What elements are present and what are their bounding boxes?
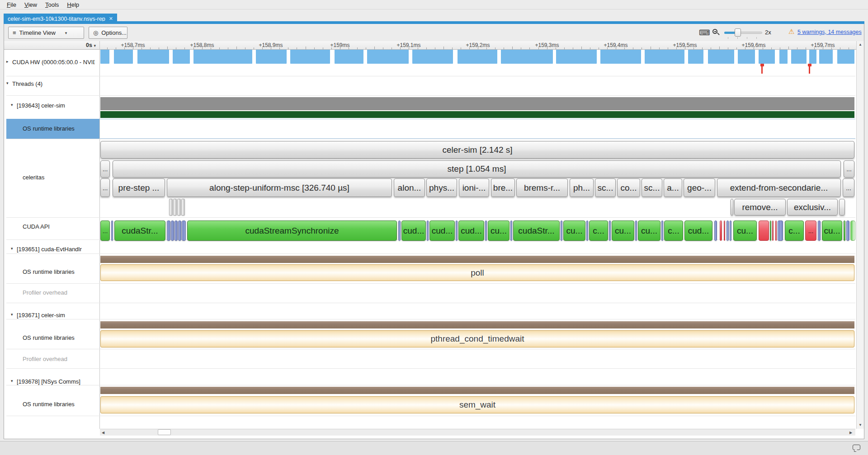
cuda-hw-segment[interactable] xyxy=(779,50,788,64)
cuda-api-event[interactable] xyxy=(818,220,821,241)
cuda-api-event[interactable] xyxy=(456,220,458,241)
tree-expanded-icon[interactable]: ▾ xyxy=(11,312,13,317)
horizontal-scrollbar-thumb[interactable] xyxy=(158,429,171,435)
nvtx-range-box[interactable]: extend-from-secondarie... xyxy=(717,178,841,197)
nvtx-range-box[interactable]: ioni-... xyxy=(459,178,489,197)
scroll-down-icon[interactable]: ▼ xyxy=(859,423,862,427)
tree-expanded-icon[interactable]: ▾ xyxy=(11,246,13,251)
cuda-api-event[interactable] xyxy=(427,220,429,241)
cuda-api-event[interactable]: cudaStr... xyxy=(513,220,560,241)
scroll-right-icon[interactable]: ▶ xyxy=(849,431,852,435)
nvtx-range-box[interactable]: phys... xyxy=(426,178,457,197)
cuda-api-event[interactable] xyxy=(182,220,186,241)
view-selector-dropdown[interactable]: ≡ Timeline View ▾ xyxy=(8,27,84,39)
sidebar-row[interactable]: CUDA API xyxy=(23,223,50,230)
cuda-api-event[interactable] xyxy=(561,220,562,241)
sidebar-row[interactable]: [193678] [NSys Comms] xyxy=(17,378,80,385)
nvtx-range-box[interactable]: co... xyxy=(617,178,640,197)
nvtx-range-box[interactable] xyxy=(181,199,185,216)
cuda-api-event[interactable] xyxy=(485,220,487,241)
cuda-hw-segment[interactable] xyxy=(100,50,109,64)
sidebar-row[interactable]: [193671] celer-sim xyxy=(17,312,65,319)
cuda-api-event[interactable] xyxy=(720,220,722,241)
cuda-hw-segment[interactable] xyxy=(501,50,553,64)
nvtx-range-box[interactable]: ... xyxy=(844,160,854,178)
nvtx-range-box[interactable] xyxy=(169,199,173,216)
cuda-hw-segment[interactable] xyxy=(688,50,703,64)
cuda-api-event[interactable] xyxy=(175,220,178,241)
nvtx-range-box[interactable]: pre-step ... xyxy=(113,178,165,197)
nvtx-range-box[interactable]: a... xyxy=(664,178,682,197)
cuda-api-event[interactable] xyxy=(724,220,725,241)
nvtx-range-box[interactable]: remove... xyxy=(734,199,786,216)
menu-file[interactable]: File xyxy=(3,0,20,9)
cuda-hw-segment[interactable] xyxy=(412,50,453,64)
cuda-api-event[interactable] xyxy=(850,220,855,241)
nvtx-range-box[interactable]: celer-sim [2.142 s] xyxy=(100,141,854,159)
sidebar-row[interactable]: OS runtime libraries xyxy=(23,268,75,275)
tree-expanded-icon[interactable]: ▾ xyxy=(6,81,9,85)
tree-expanded-icon[interactable]: ▾ xyxy=(11,379,13,383)
cuda-api-event[interactable]: cu... xyxy=(638,220,660,241)
sidebar-row[interactable]: OS runtime libraries xyxy=(23,401,75,408)
cuda-api-event[interactable]: cudaStreamSynchronize xyxy=(187,220,397,241)
horizontal-scrollbar[interactable]: ◀ ▶ xyxy=(100,429,855,436)
vertical-scrollbar[interactable]: ▲ ▼ xyxy=(856,41,864,429)
os-runtime-event-band[interactable]: pthread_cond_timedwait xyxy=(100,330,854,347)
cuda-api-event[interactable]: cu... xyxy=(822,220,842,241)
nvtx-range-box[interactable]: sc... xyxy=(595,178,616,197)
cuda-hw-segment[interactable] xyxy=(137,50,169,64)
cuda-hw-segment[interactable] xyxy=(290,50,330,64)
cuda-api-event[interactable] xyxy=(726,220,729,241)
cuda-api-event[interactable] xyxy=(609,220,611,241)
nvtx-range-box[interactable]: bre... xyxy=(491,178,515,197)
zoom-out-icon[interactable] xyxy=(712,29,717,34)
nvtx-range-box[interactable]: step [1.054 ms] xyxy=(113,160,841,178)
tree-collapsed-icon[interactable]: ▸ xyxy=(6,59,9,64)
cuda-api-event[interactable] xyxy=(510,220,512,241)
keyboard-shortcuts-icon[interactable]: ⌨ xyxy=(699,28,710,38)
cuda-api-event[interactable]: cu... xyxy=(563,220,585,241)
sidebar-row[interactable]: [193651] cuda-EvtHandlr xyxy=(17,246,82,253)
nvtx-range-box[interactable]: ... xyxy=(100,160,110,178)
cuda-api-event[interactable]: cu... xyxy=(488,220,509,241)
cuda-hw-segment[interactable] xyxy=(738,50,755,64)
scroll-left-icon[interactable]: ◀ xyxy=(102,431,104,435)
cuda-api-event[interactable]: cu... xyxy=(733,220,757,241)
cuda-hw-segment[interactable] xyxy=(458,50,497,64)
nvtx-range-box[interactable] xyxy=(173,199,177,216)
cuda-hw-segment[interactable] xyxy=(645,50,684,64)
zoom-slider-handle[interactable] xyxy=(735,28,741,37)
sidebar-row[interactable]: Profiler overhead xyxy=(23,356,67,362)
sidebar-row[interactable]: Profiler overhead xyxy=(23,289,67,296)
cuda-api-event[interactable] xyxy=(775,220,777,241)
cuda-hw-segment[interactable] xyxy=(114,50,133,64)
cuda-api-event[interactable]: ... xyxy=(100,220,110,241)
cuda-hw-segment[interactable] xyxy=(256,50,287,64)
sidebar-divider[interactable] xyxy=(99,41,100,429)
cuda-hw-segment[interactable] xyxy=(791,50,807,64)
sidebar-row[interactable]: [193643] celer-sim xyxy=(17,102,65,109)
cuda-api-event[interactable] xyxy=(398,220,401,241)
os-runtime-event-band[interactable]: poll xyxy=(100,264,854,281)
cuda-api-event[interactable] xyxy=(770,220,771,241)
nvtx-range-box[interactable] xyxy=(839,199,845,216)
cuda-hw-segment[interactable] xyxy=(819,50,833,64)
sidebar-row[interactable]: OS runtime libraries xyxy=(23,125,75,132)
nvtx-range-box[interactable]: along-step-uniform-msc [326.740 µs] xyxy=(167,178,392,197)
nvtx-range-box[interactable] xyxy=(731,199,733,216)
nvtx-range-box[interactable]: ... xyxy=(100,178,110,197)
cuda-api-event[interactable] xyxy=(714,220,717,241)
cuda-hw-segment[interactable] xyxy=(193,50,252,64)
cuda-api-event[interactable] xyxy=(111,220,113,241)
cuda-api-event[interactable] xyxy=(844,220,845,241)
options-button[interactable]: ◎ Options... xyxy=(89,27,127,39)
sidebar-row[interactable]: OS runtime libraries xyxy=(23,334,75,341)
nvtx-range-box[interactable]: brems-r... xyxy=(516,178,568,197)
cuda-api-event[interactable]: cud... xyxy=(684,220,712,241)
nvtx-range-box[interactable]: alon... xyxy=(394,178,425,197)
cuda-api-event[interactable] xyxy=(772,220,774,241)
tree-expanded-icon[interactable]: ▾ xyxy=(11,103,13,107)
cuda-api-event[interactable] xyxy=(171,220,174,241)
cuda-api-event[interactable] xyxy=(635,220,637,241)
